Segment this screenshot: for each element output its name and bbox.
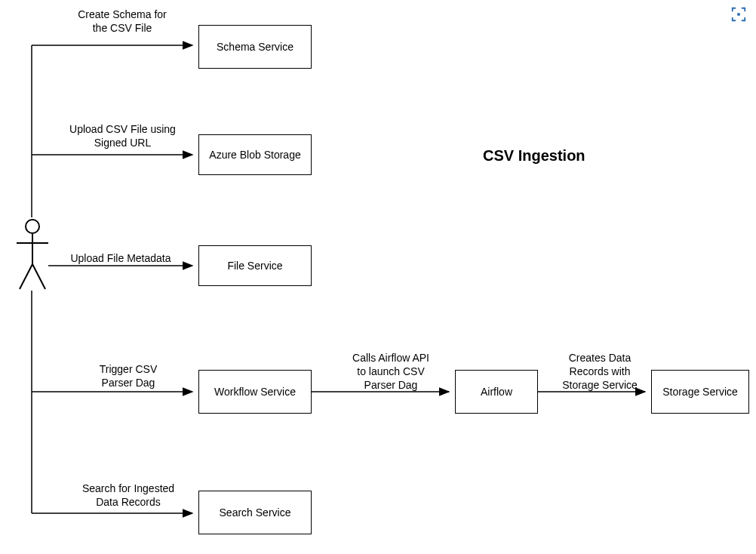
svg-point-1 xyxy=(26,220,39,233)
box-label: Schema Service xyxy=(217,41,293,53)
svg-line-5 xyxy=(32,264,45,289)
box-azure-blob-storage: Azure Blob Storage xyxy=(198,134,312,175)
diagram-title: CSV Ingestion xyxy=(483,147,585,165)
edge-label-line: Upload CSV File using xyxy=(57,122,189,136)
box-airflow: Airflow xyxy=(455,370,538,414)
box-file-service: File Service xyxy=(198,245,312,286)
edge-label-line: Calls Airflow API xyxy=(338,351,444,365)
scan-icon xyxy=(730,6,747,23)
edge-label-upload-metadata: Upload File Metadata xyxy=(60,251,181,265)
edge-label-line: Parser Dag xyxy=(338,378,444,392)
edge-label-creates-data: Creates Data Records with Storage Servic… xyxy=(551,351,649,392)
box-workflow-service: Workflow Service xyxy=(198,370,312,414)
edge-label-line: the CSV File xyxy=(62,21,183,35)
svg-point-0 xyxy=(737,13,740,16)
edge-label-line: Upload File Metadata xyxy=(60,251,181,265)
edge-label-upload-csv: Upload CSV File using Signed URL xyxy=(57,122,189,149)
edge-label-line: Creates Data xyxy=(551,351,649,365)
box-label: Workflow Service xyxy=(214,386,296,398)
box-storage-service: Storage Service xyxy=(651,370,749,414)
edge-label-create-schema: Create Schema for the CSV File xyxy=(62,8,183,35)
edge-label-line: Search for Ingested xyxy=(68,482,189,495)
edge-label-line: Data Records xyxy=(68,495,189,509)
edge-label-line: Create Schema for xyxy=(62,8,183,21)
edge-label-search: Search for Ingested Data Records xyxy=(68,482,189,509)
edge-label-line: Signed URL xyxy=(57,136,189,149)
edge-label-line: Records with xyxy=(551,365,649,378)
edge-label-line: Trigger CSV xyxy=(83,362,174,376)
box-search-service: Search Service xyxy=(198,491,312,534)
box-label: Storage Service xyxy=(662,386,738,398)
svg-line-4 xyxy=(20,264,32,289)
actor-user xyxy=(14,217,51,296)
edge-label-calls-airflow: Calls Airflow API to launch CSV Parser D… xyxy=(338,351,444,392)
edge-label-line: to launch CSV xyxy=(338,365,444,378)
edge-label-line: Parser Dag xyxy=(83,376,174,389)
box-label: File Service xyxy=(227,260,282,272)
box-label: Airflow xyxy=(481,386,512,398)
box-label: Azure Blob Storage xyxy=(209,149,300,161)
diagram-connectors xyxy=(0,0,756,554)
edge-label-trigger-csv: Trigger CSV Parser Dag xyxy=(83,362,174,389)
box-label: Search Service xyxy=(220,506,291,519)
edge-label-line: Storage Service xyxy=(551,378,649,392)
box-schema-service: Schema Service xyxy=(198,25,312,69)
